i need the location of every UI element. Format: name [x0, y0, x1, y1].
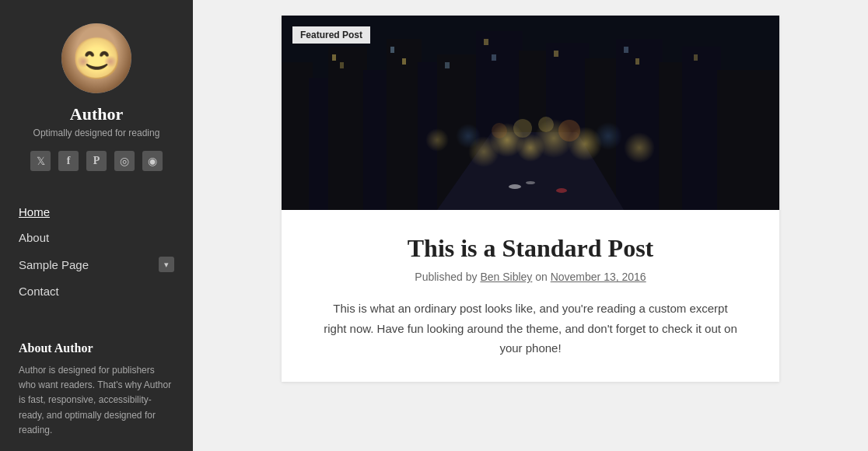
post-author-link[interactable]: Ben Sibley [480, 271, 532, 283]
author-name: Author [70, 104, 123, 124]
meta-prefix: Published by [415, 271, 477, 283]
sidebar: Author Optimally designed for reading 𝕏 … [0, 0, 193, 451]
featured-image: Featured Post [282, 16, 779, 210]
post-date-link[interactable]: November 13, 2016 [551, 271, 646, 283]
sidebar-nav: Home About Sample Page ▾ Contact [0, 187, 193, 316]
avatar-image [61, 23, 131, 93]
post-excerpt: This is what an ordinary post looks like… [320, 299, 740, 358]
post-meta: Published by Ben Sibley on November 13, … [320, 271, 740, 283]
svg-rect-44 [282, 16, 779, 210]
post-title: This is a Standard Post [320, 233, 740, 263]
date-prefix: on [535, 271, 550, 283]
twitter-icon[interactable]: 𝕏 [30, 151, 51, 171]
instagram-icon[interactable]: ◎ [114, 151, 135, 171]
nav-item-about[interactable]: About [0, 225, 193, 250]
chevron-down-icon[interactable]: ▾ [159, 257, 174, 272]
nav-item-home[interactable]: Home [0, 199, 193, 225]
social-icons-row: 𝕏 f P ◎ ◉ [30, 151, 163, 171]
rss-icon[interactable]: ◉ [142, 151, 163, 171]
main-content: Featured Post This is a Standard Post Pu… [193, 0, 868, 451]
nav-item-sample-page[interactable]: Sample Page ▾ [0, 250, 193, 278]
widget-text: Author is designed for publishers who wa… [19, 363, 174, 438]
author-subtitle: Optimally designed for reading [33, 128, 160, 138]
featured-post-card: Featured Post This is a Standard Post Pu… [282, 16, 779, 382]
facebook-icon[interactable]: f [58, 151, 79, 171]
sidebar-header: Author Optimally designed for reading 𝕏 … [0, 0, 193, 187]
featured-label: Featured Post [292, 26, 370, 44]
widget-title: About Author [19, 341, 174, 355]
post-body: This is a Standard Post Published by Ben… [282, 210, 779, 382]
avatar [61, 23, 131, 93]
pinterest-icon[interactable]: P [86, 151, 107, 171]
about-author-widget: About Author Author is designed for publ… [0, 329, 193, 451]
nav-item-contact[interactable]: Contact [0, 278, 193, 304]
